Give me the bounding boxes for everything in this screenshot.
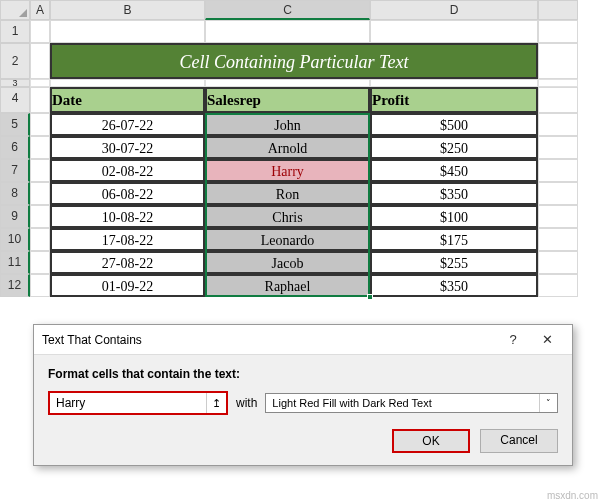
cell-b1[interactable] [50, 20, 205, 43]
cell-a10[interactable] [30, 228, 50, 251]
range-selector-icon[interactable]: ↥ [206, 393, 226, 413]
format-combo[interactable]: Light Red Fill with Dark Red Text ˅ [265, 393, 558, 413]
cell-date[interactable]: 06-08-22 [50, 182, 205, 205]
text-input[interactable] [50, 393, 206, 413]
row-header-1[interactable]: 1 [0, 20, 30, 43]
cell-e7[interactable] [538, 159, 578, 182]
cell-c3[interactable] [205, 79, 370, 87]
header-date[interactable]: Date [50, 87, 205, 113]
cell-salesrep[interactable]: Harry [205, 159, 370, 182]
row-header-2[interactable]: 2 [0, 43, 30, 79]
cell-date[interactable]: 26-07-22 [50, 113, 205, 136]
cell-date[interactable]: 27-08-22 [50, 251, 205, 274]
format-combo-text: Light Red Fill with Dark Red Text [266, 394, 539, 412]
text-that-contains-dialog: Text That Contains ? ✕ Format cells that… [33, 324, 573, 466]
cell-salesrep[interactable]: Arnold [205, 136, 370, 159]
cell-e9[interactable] [538, 205, 578, 228]
cell-e11[interactable] [538, 251, 578, 274]
cell-salesrep[interactable]: Chris [205, 205, 370, 228]
help-icon[interactable]: ? [496, 326, 530, 354]
col-header-b[interactable]: B [50, 0, 205, 20]
row-header-9[interactable]: 9 [0, 205, 30, 228]
header-salesrep[interactable]: Salesrep [205, 87, 370, 113]
cell-salesrep[interactable]: Jacob [205, 251, 370, 274]
cell-profit[interactable]: $500 [370, 113, 538, 136]
col-header-c[interactable]: C [205, 0, 370, 20]
cell-a7[interactable] [30, 159, 50, 182]
cell-a5[interactable] [30, 113, 50, 136]
cancel-button[interactable]: Cancel [480, 429, 558, 453]
cell-a11[interactable] [30, 251, 50, 274]
row-header-10[interactable]: 10 [0, 228, 30, 251]
dialog-title: Text That Contains [42, 333, 496, 347]
cell-e10[interactable] [538, 228, 578, 251]
selection-handle[interactable] [367, 294, 373, 300]
cell-e1[interactable] [538, 20, 578, 43]
cell-salesrep[interactable]: Raphael [205, 274, 370, 297]
table-row: 26-07-22John$500 [30, 113, 578, 136]
cell-salesrep[interactable]: Leonardo [205, 228, 370, 251]
col-header-e[interactable] [538, 0, 578, 20]
cell-a2[interactable] [30, 43, 50, 79]
row-headers: 1 2 3 4 5 6 7 8 9 10 11 12 [0, 20, 30, 297]
cell-profit[interactable]: $450 [370, 159, 538, 182]
table-row: 06-08-22Ron$350 [30, 182, 578, 205]
table-row: 10-08-22Chris$100 [30, 205, 578, 228]
cell-profit[interactable]: $255 [370, 251, 538, 274]
ok-button[interactable]: OK [392, 429, 470, 453]
cell-e5[interactable] [538, 113, 578, 136]
cell-a3[interactable] [30, 79, 50, 87]
row-header-11[interactable]: 11 [0, 251, 30, 274]
grid: Cell Containing Particular Text Date Sal… [30, 20, 578, 297]
cell-a12[interactable] [30, 274, 50, 297]
cell-c1[interactable] [205, 20, 370, 43]
select-all-corner[interactable] [0, 0, 30, 20]
cell-profit[interactable]: $250 [370, 136, 538, 159]
cell-date[interactable]: 17-08-22 [50, 228, 205, 251]
cell-d3[interactable] [370, 79, 538, 87]
row-header-3[interactable]: 3 [0, 79, 30, 87]
cell-profit[interactable]: $100 [370, 205, 538, 228]
col-header-d[interactable]: D [370, 0, 538, 20]
cell-date[interactable]: 10-08-22 [50, 205, 205, 228]
chevron-down-icon[interactable]: ˅ [539, 394, 557, 412]
cell-a8[interactable] [30, 182, 50, 205]
cell-e4[interactable] [538, 87, 578, 113]
cell-date[interactable]: 30-07-22 [50, 136, 205, 159]
watermark: msxdn.com [547, 490, 598, 501]
row-header-8[interactable]: 8 [0, 182, 30, 205]
row-header-7[interactable]: 7 [0, 159, 30, 182]
with-label: with [236, 396, 257, 410]
header-profit[interactable]: Profit [370, 87, 538, 113]
column-headers-row: A B C D [0, 0, 604, 20]
cell-date[interactable]: 01-09-22 [50, 274, 205, 297]
cell-d1[interactable] [370, 20, 538, 43]
cell-e8[interactable] [538, 182, 578, 205]
close-icon[interactable]: ✕ [530, 326, 564, 354]
cell-salesrep[interactable]: John [205, 113, 370, 136]
row-header-12[interactable]: 12 [0, 274, 30, 297]
cell-e3[interactable] [538, 79, 578, 87]
title-cell[interactable]: Cell Containing Particular Text [50, 43, 538, 79]
row-header-5[interactable]: 5 [0, 113, 30, 136]
row-header-4[interactable]: 4 [0, 87, 30, 113]
cell-profit[interactable]: $350 [370, 182, 538, 205]
cell-a4[interactable] [30, 87, 50, 113]
cell-date[interactable]: 02-08-22 [50, 159, 205, 182]
cell-profit[interactable]: $175 [370, 228, 538, 251]
table-row: 02-08-22Harry$450 [30, 159, 578, 182]
cell-e6[interactable] [538, 136, 578, 159]
cell-a9[interactable] [30, 205, 50, 228]
dialog-label: Format cells that contain the text: [48, 367, 558, 381]
cell-b3[interactable] [50, 79, 205, 87]
cell-salesrep[interactable]: Ron [205, 182, 370, 205]
cell-profit[interactable]: $350 [370, 274, 538, 297]
dialog-titlebar[interactable]: Text That Contains ? ✕ [34, 325, 572, 355]
cell-a1[interactable] [30, 20, 50, 43]
cell-a6[interactable] [30, 136, 50, 159]
cell-e12[interactable] [538, 274, 578, 297]
table-row: 30-07-22Arnold$250 [30, 136, 578, 159]
cell-e2[interactable] [538, 43, 578, 79]
col-header-a[interactable]: A [30, 0, 50, 20]
row-header-6[interactable]: 6 [0, 136, 30, 159]
